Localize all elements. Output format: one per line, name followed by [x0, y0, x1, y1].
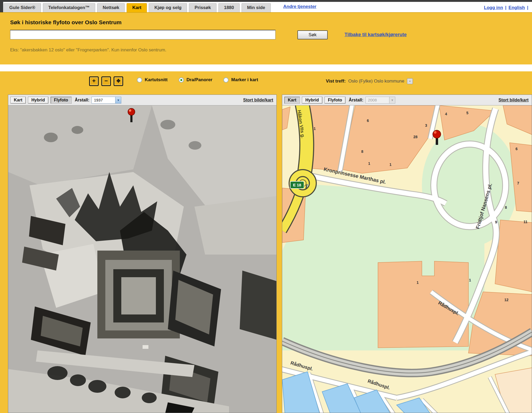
pan-button[interactable]: ✥ — [114, 76, 123, 86]
e18-road-sign: E 18 — [290, 181, 304, 189]
house-number: 1 — [389, 162, 392, 167]
right-hybrid-button[interactable]: Hybrid — [302, 97, 322, 104]
account-links: Logg inn | English | — [484, 3, 532, 12]
aerial-photo-1937[interactable] — [8, 105, 276, 413]
left-year-select[interactable]: 1937 ▼ — [92, 97, 121, 104]
tab-kjop-og-selg[interactable]: Kjøp og selg — [149, 3, 187, 12]
map-section: + − ✥ Kartutsnitt Dra/Panorer Marker i k… — [0, 71, 532, 413]
street-map[interactable]: E 18 Kronprinsesse Marthas pl. Fridtjof … — [282, 105, 532, 413]
house-number: 12 — [504, 298, 509, 302]
search-button[interactable]: Søk — [297, 30, 328, 39]
separator: | — [527, 5, 528, 10]
tab-kart[interactable]: Kart — [127, 3, 147, 12]
radio-dra-panorer-label: Dra/Panorer — [186, 77, 212, 83]
house-number: 7 — [517, 181, 519, 185]
right-year-select: 2008 ▼ — [365, 97, 395, 104]
chevron-down-icon: ▼ — [389, 97, 395, 103]
right-large-image-link[interactable]: Stort bilde/kart — [498, 98, 530, 103]
house-number: 5 — [466, 111, 468, 115]
right-kart-button[interactable]: Kart — [284, 97, 300, 104]
left-large-image-link[interactable]: Stort bilde/kart — [243, 98, 274, 103]
search-hint: Eks: "akersbakken 12 oslo" eller "Frogne… — [10, 47, 166, 53]
left-hybrid-button[interactable]: Hybrid — [28, 97, 48, 104]
zoom-in-button[interactable]: + — [89, 76, 99, 86]
andre-tjenester-link[interactable]: Andre tjenester — [283, 4, 317, 9]
chevron-down-icon: ▼ — [115, 97, 121, 103]
left-year-value: 1937 — [92, 98, 115, 102]
vist-treff: Vist treff: Oslo (Fylke) Oslo kommune ▪ — [326, 78, 413, 84]
house-number: 1 — [417, 280, 419, 285]
tab-nettsok[interactable]: Nettsøk — [97, 3, 125, 12]
house-number: 1 — [314, 126, 316, 131]
separator: | — [505, 5, 506, 10]
modern-map-panel: Kart Hybrid Flyfoto Årstall: 2008 ▼ Stor… — [282, 95, 532, 413]
window-left-edge — [0, 0, 3, 12]
house-number: 11 — [523, 220, 527, 224]
house-number: 4 — [445, 112, 447, 116]
tab-prissok[interactable]: Prissøk — [189, 3, 216, 12]
aerial-photo-svg[interactable] — [8, 105, 276, 413]
left-year-label: Årstall: — [75, 98, 89, 103]
left-flyfoto-button[interactable]: Flyfoto — [51, 97, 72, 104]
radio-marker-i-kart-label: Marker i kart — [231, 77, 258, 83]
radio-dra-panorer[interactable] — [179, 77, 184, 83]
zoom-out-button[interactable]: − — [101, 76, 111, 86]
tab-1880[interactable]: 1880 — [218, 3, 240, 12]
search-heading: Søk i historiske flyfoto over Oslo Sentr… — [10, 19, 122, 26]
e18-sign-label: E 18 — [293, 183, 301, 187]
radio-marker-i-kart[interactable] — [223, 77, 228, 83]
historic-photo-panel: Kart Hybrid Flyfoto Årstall: 1937 ▼ Stor… — [8, 95, 277, 413]
left-kart-button[interactable]: Kart — [10, 97, 26, 104]
right-flyfoto-button[interactable]: Flyfoto — [325, 97, 346, 104]
radio-kartutsnitt-label: Kartutsnitt — [145, 77, 168, 83]
house-number: 28 — [413, 135, 418, 139]
english-link[interactable]: English — [509, 5, 525, 10]
street-map-svg[interactable]: E 18 Kronprinsesse Marthas pl. Fridtjof … — [282, 105, 532, 413]
tab-min-side[interactable]: Min side — [242, 3, 271, 12]
historic-photo-search-panel: Søk i historiske flyfoto over Oslo Sentr… — [0, 12, 532, 64]
house-number: 8 — [361, 149, 363, 154]
vist-treff-label: Vist treff: — [326, 79, 346, 84]
house-number: 6 — [367, 118, 369, 123]
right-year-value: 2008 — [366, 98, 389, 102]
map-mode-radios: Kartutsnitt Dra/Panorer Marker i kart — [137, 77, 267, 83]
house-number: 9 — [495, 220, 497, 224]
right-panel-toolbar: Kart Hybrid Flyfoto Årstall: 2008 ▼ Stor… — [282, 95, 532, 105]
page: Gule Sider® Telefonkatalogen™ Nettsøk Ka… — [0, 0, 532, 413]
house-number: 1 — [469, 278, 471, 282]
window-top-edge — [0, 0, 532, 2]
logg-inn-link[interactable]: Logg inn — [484, 5, 503, 10]
tab-telefonkatalogen[interactable]: Telefonkatalogen™ — [43, 3, 95, 12]
search-input[interactable] — [10, 30, 276, 39]
house-number: 1 — [368, 161, 370, 166]
left-panel-toolbar: Kart Hybrid Flyfoto Årstall: 1937 ▼ Stor… — [8, 95, 276, 105]
tab-gule-sider[interactable]: Gule Sider® — [4, 3, 41, 12]
house-number: 3 — [425, 123, 427, 128]
radio-kartutsnitt[interactable] — [137, 77, 142, 83]
right-year-label: Årstall: — [349, 98, 363, 103]
house-number: 8 — [505, 205, 507, 210]
vist-treff-value: Oslo (Fylke) Oslo kommune — [348, 79, 404, 84]
house-number: 6 — [516, 147, 518, 151]
vist-treff-toggle-button[interactable]: ▪ — [407, 78, 413, 84]
back-to-mapsearch-link[interactable]: Tilbake til kartsøk/kjørerute — [344, 32, 407, 38]
top-navigation: Gule Sider® Telefonkatalogen™ Nettsøk Ka… — [4, 2, 532, 12]
